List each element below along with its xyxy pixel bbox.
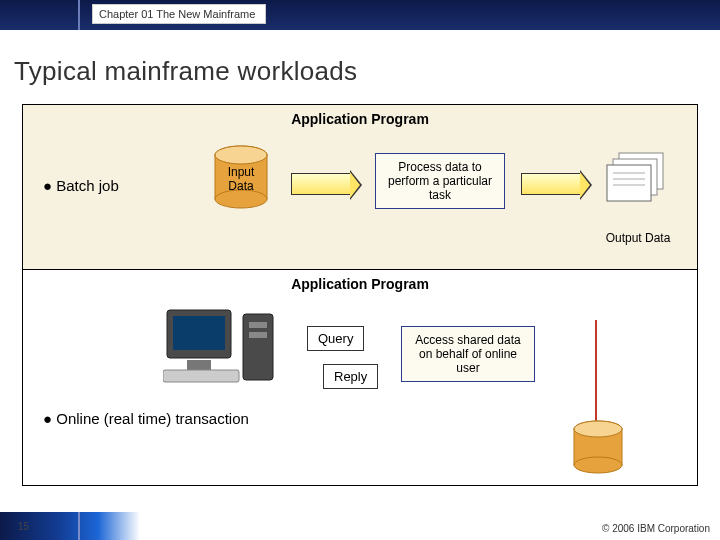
connector-line (595, 320, 597, 432)
bullet-online: ● Online (real time) transaction (43, 410, 249, 427)
svg-rect-11 (173, 316, 225, 350)
process-box-batch: Process data to perform a particular tas… (375, 153, 505, 209)
app-program-title-1: Application Program (291, 111, 429, 127)
query-box: Query (307, 326, 364, 351)
svg-rect-13 (163, 370, 239, 382)
arrow-icon (521, 173, 581, 195)
header-bar: Chapter 01 The New Mainframe (0, 0, 720, 30)
page-number: 15 (18, 521, 29, 532)
bullet-batch-job-label: Batch job (56, 177, 119, 194)
header-divider (78, 0, 80, 30)
database-icon (571, 420, 625, 476)
app-program-title-2: Application Program (291, 276, 429, 292)
output-data-label: Output Data (583, 231, 693, 245)
svg-point-3 (215, 146, 267, 164)
bullet-online-label: Online (real time) transaction (56, 410, 249, 427)
chapter-label: Chapter 01 The New Mainframe (92, 4, 266, 24)
bullet-batch-job: ● Batch job (43, 177, 119, 194)
footer-divider (78, 512, 80, 540)
pane-online: Application Program Query Reply ● Online… (23, 270, 697, 485)
svg-rect-6 (607, 165, 651, 201)
page-title: Typical mainframe workloads (14, 56, 357, 87)
svg-rect-15 (249, 322, 267, 328)
svg-point-19 (574, 457, 622, 473)
copyright: © 2006 IBM Corporation (602, 523, 710, 534)
diagram-frame: Application Program ● Batch job Input Da… (22, 104, 698, 486)
svg-point-20 (574, 421, 622, 437)
svg-rect-12 (187, 360, 211, 370)
pane-batch: Application Program ● Batch job Input Da… (23, 105, 697, 270)
terminal-icon (163, 304, 283, 394)
footer: 15 © 2006 IBM Corporation (0, 512, 720, 540)
reply-box: Reply (323, 364, 378, 389)
process-box-online: Access shared data on behalf of online u… (401, 326, 535, 382)
documents-icon (605, 149, 675, 205)
arrow-icon (291, 173, 351, 195)
input-data-label: Input Data (219, 165, 263, 193)
svg-rect-16 (249, 332, 267, 338)
